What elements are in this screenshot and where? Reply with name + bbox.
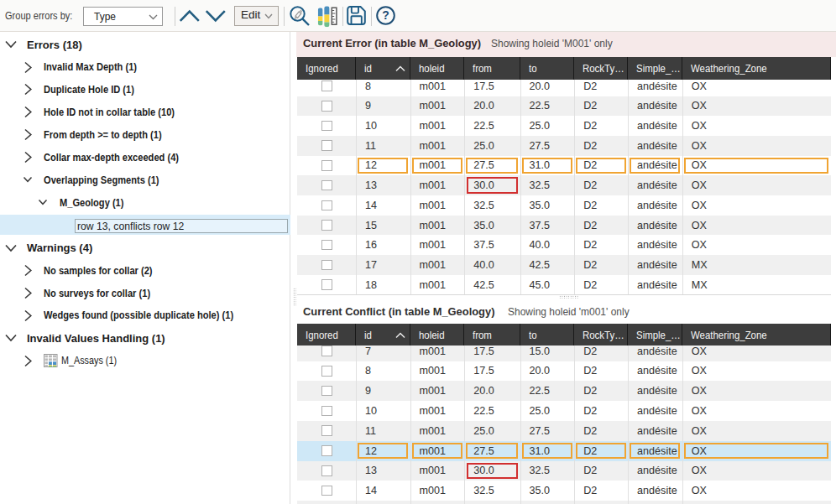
svg-text:?: ? <box>382 8 389 22</box>
